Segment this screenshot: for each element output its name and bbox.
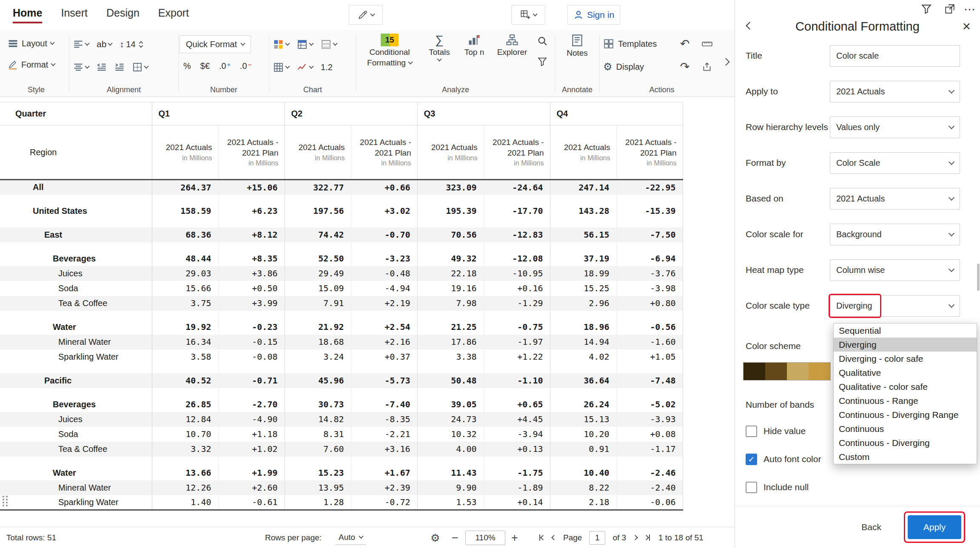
panel-close-button[interactable]: ×	[963, 20, 971, 33]
table-cell[interactable]: +2.54	[351, 320, 417, 335]
table-cell[interactable]: +0.65	[484, 397, 550, 412]
checkbox-box[interactable]	[746, 426, 757, 437]
table-cell[interactable]: -7.50	[616, 227, 683, 242]
table-cell[interactable]: 1.28	[285, 495, 351, 510]
table-cell[interactable]: 15.66	[152, 281, 218, 296]
table-cell[interactable]: 3.24	[285, 349, 351, 364]
dropdown-option-diverging-color-safe[interactable]: Diverging - color safe	[834, 352, 977, 366]
borders-button[interactable]	[129, 58, 151, 76]
table-cell[interactable]: 15.23	[285, 466, 351, 480]
table-cell[interactable]: -0.72	[351, 495, 417, 510]
table-cell[interactable]: +1.99	[218, 466, 285, 480]
table-cell[interactable]: 195.39	[417, 204, 484, 219]
table-cell[interactable]: -3.23	[351, 251, 417, 266]
measure-header[interactable]: 2021 Actualsin Millions	[152, 125, 218, 180]
table-cell[interactable]: -2.40	[616, 480, 683, 495]
table-cell[interactable]: +0.37	[351, 349, 417, 364]
more-options-button[interactable]: ⋯	[964, 3, 976, 15]
table-cell[interactable]: 2.96	[550, 296, 616, 311]
grid-options-button[interactable]	[270, 58, 292, 76]
table-cell[interactable]: -6.94	[616, 251, 683, 266]
table-cell[interactable]: 8.22	[550, 480, 616, 495]
measure-header[interactable]: 2021 Actualsin Millions	[285, 125, 351, 180]
table-cell[interactable]: 49.32	[417, 251, 484, 266]
format-by-select[interactable]: Color Scale	[830, 152, 960, 174]
apply-to-select[interactable]: 2021 Actuals	[830, 81, 960, 102]
table-cell[interactable]: 14.94	[550, 335, 616, 349]
row-header-cell[interactable]: Mineral Water	[0, 480, 152, 495]
table-cell[interactable]: 3.38	[417, 349, 484, 364]
templates-button[interactable]: Templates	[601, 34, 674, 54]
tab-export[interactable]: Export	[158, 7, 189, 23]
table-cell[interactable]: 143.28	[550, 204, 616, 219]
table-cell[interactable]: 18.99	[550, 266, 616, 281]
table-cell[interactable]: +3.16	[351, 442, 417, 457]
table-cell[interactable]: 14.82	[285, 412, 351, 427]
table-cell[interactable]: -5.02	[616, 397, 683, 412]
table-cell[interactable]: 48.44	[152, 251, 218, 266]
table-cell[interactable]: +2.19	[351, 296, 417, 311]
color-scheme-swatch[interactable]	[743, 362, 831, 380]
checkbox-box[interactable]: ✓	[746, 454, 757, 465]
table-style-button[interactable]	[294, 35, 316, 53]
table-cell[interactable]: +0.14	[484, 495, 550, 510]
tab-insert[interactable]: Insert	[61, 7, 88, 23]
table-cell[interactable]: 247.14	[550, 180, 616, 195]
row-header-cell[interactable]: Juices	[0, 412, 152, 427]
table-cell[interactable]: 1.53	[417, 495, 484, 510]
ruler-button[interactable]	[699, 34, 715, 54]
title-input[interactable]	[830, 45, 960, 67]
table-cell[interactable]: -4.94	[351, 281, 417, 296]
row-hierarchy-levels-select[interactable]: Values only	[830, 116, 960, 138]
explorer-button[interactable]: Explorer	[492, 30, 533, 68]
row-header-cell[interactable]: Mineral Water	[0, 335, 152, 349]
totals-button[interactable]: ∑ Totals	[422, 30, 457, 68]
table-cell[interactable]: 26.24	[550, 397, 616, 412]
table-cell[interactable]: +8.35	[218, 251, 285, 266]
panel-scrollbar[interactable]	[977, 264, 980, 291]
indent-button[interactable]	[111, 58, 128, 76]
table-cell[interactable]: -1.17	[616, 442, 683, 457]
table-cell[interactable]: +8.12	[218, 227, 285, 242]
table-cell[interactable]: -1.97	[484, 335, 550, 349]
tab-design[interactable]: Design	[106, 7, 140, 23]
table-cell[interactable]: 12.84	[152, 412, 218, 427]
tab-home[interactable]: Home	[13, 7, 42, 23]
table-cell[interactable]: 70.56	[417, 227, 484, 242]
table-cell[interactable]: +3.86	[218, 266, 285, 281]
table-cell[interactable]: 10.40	[550, 466, 616, 480]
table-cell[interactable]: 18.68	[285, 335, 351, 349]
table-cell[interactable]: 13.95	[285, 480, 351, 495]
row-header-cell[interactable]: Tea & Coffee	[0, 442, 152, 457]
table-cell[interactable]: -17.70	[484, 204, 550, 219]
banding-button[interactable]	[318, 35, 340, 53]
row-header-cell[interactable]: Water	[0, 320, 152, 335]
dropdown-option-continuous-range[interactable]: Continuous - Range	[834, 394, 977, 408]
rows-per-page-select[interactable]: Auto	[335, 531, 366, 545]
table-cell[interactable]: 12.26	[152, 480, 218, 495]
dropdown-option-sequential[interactable]: Sequential	[834, 324, 977, 338]
table-cell[interactable]: 3.75	[152, 296, 218, 311]
table-cell[interactable]: -2.70	[218, 397, 285, 412]
undo-button[interactable]: ↶	[678, 34, 692, 54]
table-cell[interactable]: -12.83	[484, 227, 550, 242]
zoom-in-button[interactable]: +	[511, 531, 518, 544]
dropdown-option-qualitative[interactable]: Qualitative	[834, 366, 977, 380]
dropdown-option-custom[interactable]: Custom	[834, 450, 977, 464]
row-header-cell[interactable]: Sparkling Water	[0, 349, 152, 364]
table-cell[interactable]: +2.60	[218, 480, 285, 495]
insert-table-button[interactable]	[511, 5, 545, 25]
quarter-header[interactable]: Q4	[550, 102, 683, 125]
table-cell[interactable]: -10.95	[484, 266, 550, 281]
table-cell[interactable]: -0.15	[218, 335, 285, 349]
measure-header[interactable]: 2021 Actuals -2021 Planin Millions	[616, 125, 683, 180]
display-button[interactable]: ⚙ Display	[601, 57, 674, 77]
table-cell[interactable]: 21.25	[417, 320, 484, 335]
table-cell[interactable]: +0.50	[218, 281, 285, 296]
table-cell[interactable]: -2.46	[616, 466, 683, 480]
dropdown-option-qualitative-color-safe[interactable]: Qualitative - color safe	[834, 380, 977, 394]
layout-button[interactable]: Layout	[4, 34, 68, 53]
table-cell[interactable]: -0.71	[218, 373, 285, 388]
row-header-cell[interactable]: United States	[0, 204, 152, 219]
table-cell[interactable]: 158.59	[152, 204, 218, 219]
